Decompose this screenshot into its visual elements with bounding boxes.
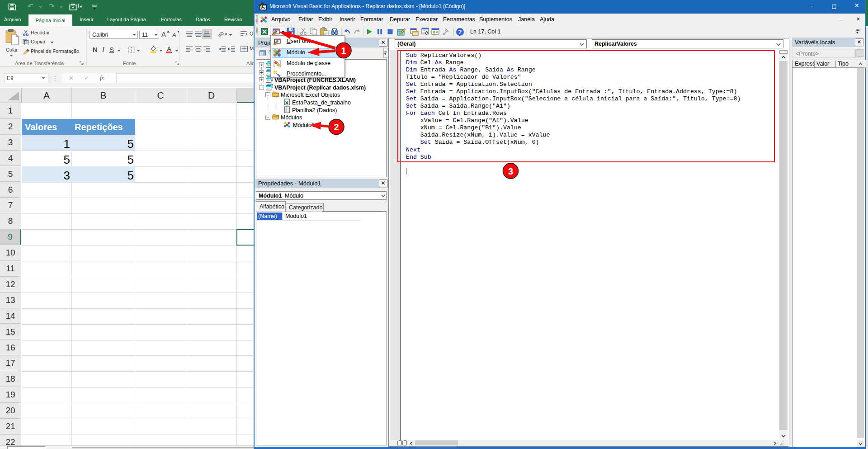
svg-text:?: ? (458, 28, 462, 35)
svg-text:ab: ab (218, 31, 225, 38)
